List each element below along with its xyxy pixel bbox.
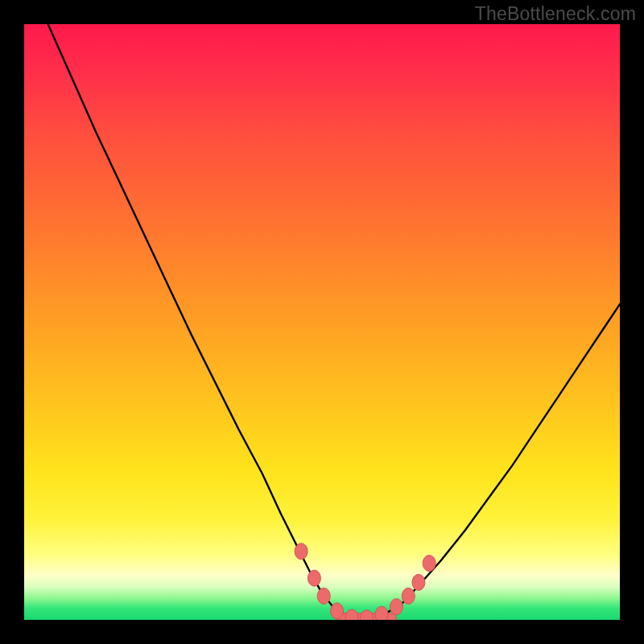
curve-marker (423, 555, 436, 572)
curve-marker (345, 609, 358, 620)
curve-marker (390, 599, 403, 615)
watermark-text: TheBottleneck.com (475, 3, 636, 25)
curve-marker (412, 574, 425, 590)
bottleneck-curve (48, 24, 620, 619)
curve-marker (375, 606, 388, 620)
curve-marker (361, 610, 374, 620)
curve-overlay (24, 24, 620, 620)
chart-frame: TheBottleneck.com (0, 0, 644, 644)
curve-markers (295, 543, 436, 620)
curve-marker (331, 603, 344, 619)
plot-area (24, 24, 620, 620)
curve-marker (308, 570, 320, 586)
curve-marker (295, 543, 308, 559)
curve-marker (402, 588, 415, 604)
curve-marker (317, 588, 330, 604)
